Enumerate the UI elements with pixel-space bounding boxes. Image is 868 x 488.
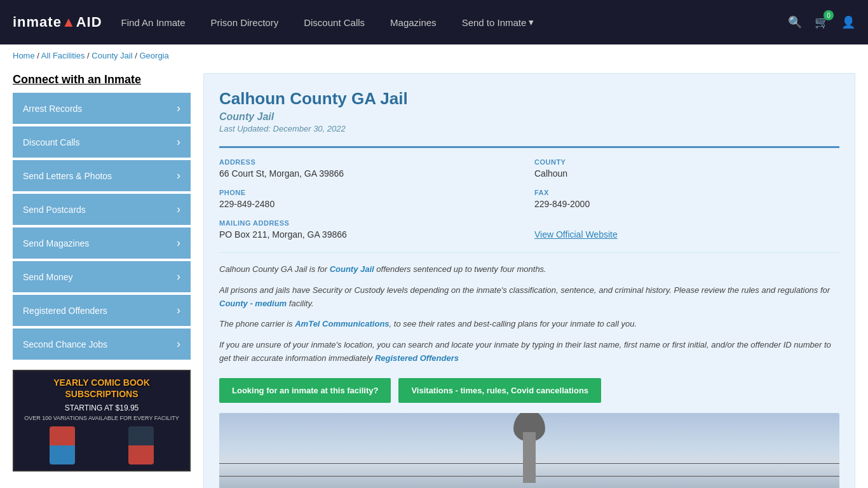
fax-label: FAX [534, 189, 839, 196]
mailing-label: MAILING ADDRESS [219, 219, 524, 227]
info-website: View Official Website [534, 219, 839, 240]
address-label: ADDRESS [219, 158, 524, 166]
amtel-link[interactable]: AmTel Communications [295, 319, 389, 329]
main-nav: Find An Inmate Prison Directory Discount… [121, 17, 769, 28]
registered-offenders-link[interactable]: Registered Offenders [375, 353, 459, 363]
sidebar-item-send-money[interactable]: Send Money › [13, 261, 191, 292]
sidebar-item-send-postcards[interactable]: Send Postcards › [13, 194, 191, 225]
sidebar-arrow-icon: › [177, 304, 180, 317]
header-icons: 🔍 🛒 0 👤 [788, 15, 855, 29]
sidebar: Connect with an Inmate Arrest Records › … [13, 73, 191, 488]
logo[interactable]: inmate▲AID [13, 14, 102, 30]
dropdown-arrow-icon: ▾ [529, 17, 534, 28]
ad-title: YEARLY COMIC BOOKSUBSCRIPTIONS [23, 377, 180, 400]
ad-subtitle: STARTING AT $19.95 [23, 403, 180, 412]
info-mailing: MAILING ADDRESS PO Box 211, Morgan, GA 3… [219, 219, 524, 240]
logo-text: inmate▲AID [13, 14, 102, 30]
nav-send-to-inmate[interactable]: Send to Inmate ▾ [462, 17, 534, 28]
sidebar-ad[interactable]: YEARLY COMIC BOOKSUBSCRIPTIONS STARTING … [13, 370, 191, 471]
info-address: ADDRESS 66 Court St, Morgan, GA 39866 [219, 158, 524, 179]
desc-para-4: If you are unsure of your inmate's locat… [219, 339, 839, 365]
description-area: Calhoun County GA Jail is for County Jai… [219, 252, 839, 365]
sidebar-arrow-icon: › [177, 102, 180, 115]
cart-wrapper[interactable]: 🛒 0 [815, 15, 829, 29]
breadcrumb-georgia[interactable]: Georgia [139, 51, 168, 60]
official-website-link[interactable]: View Official Website [534, 229, 618, 240]
nav-discount-calls[interactable]: Discount Calls [304, 17, 365, 28]
info-county: COUNTY Calhoun [534, 158, 839, 179]
sidebar-item-discount-calls[interactable]: Discount Calls › [13, 126, 191, 158]
sidebar-item-registered-offenders[interactable]: Registered Offenders › [13, 295, 191, 326]
sidebar-item-second-chance-jobs[interactable]: Second Chance Jobs › [13, 329, 191, 360]
sidebar-title: Connect with an Inmate [13, 73, 191, 86]
user-icon[interactable]: 👤 [841, 15, 855, 29]
action-buttons: Looking for an inmate at this facility? … [219, 378, 839, 403]
breadcrumb: Home / All Facilities / County Jail / Ge… [0, 44, 868, 67]
ad-footer: OVER 100 VARIATIONS AVAILABLE FOR EVERY … [23, 415, 180, 421]
sidebar-item-send-magazines[interactable]: Send Magazines › [13, 227, 191, 259]
search-icon[interactable]: 🔍 [788, 15, 802, 29]
hero-superman [50, 426, 75, 464]
sidebar-item-arrest-records[interactable]: Arrest Records › [13, 93, 191, 124]
ad-heroes [23, 426, 180, 464]
county-value: Calhoun [534, 168, 839, 179]
county-medium-link[interactable]: County - medium [219, 299, 287, 308]
info-fax: FAX 229-849-2000 [534, 189, 839, 209]
info-phone: PHONE 229-849-2480 [219, 189, 524, 209]
sidebar-arrow-icon: › [177, 337, 180, 351]
find-inmate-button[interactable]: Looking for an inmate at this facility? [219, 378, 391, 403]
breadcrumb-home[interactable]: Home [13, 51, 35, 60]
desc-para-1: Calhoun County GA Jail is for County Jai… [219, 263, 839, 276]
address-value: 66 Court St, Morgan, GA 39866 [219, 168, 524, 179]
nav-magazines[interactable]: Magazines [390, 17, 437, 28]
desc-para-2: All prisons and jails have Security or C… [219, 284, 839, 311]
water-tower [523, 432, 536, 483]
ad-content: YEARLY COMIC BOOKSUBSCRIPTIONS STARTING … [14, 371, 189, 470]
info-grid: ADDRESS 66 Court St, Morgan, GA 39866 CO… [219, 146, 839, 240]
county-label: COUNTY [534, 158, 839, 166]
facility-type: County Jail [219, 111, 839, 123]
cart-badge: 0 [824, 10, 834, 20]
breadcrumb-county-jail[interactable]: County Jail [92, 51, 132, 60]
facility-image [219, 413, 839, 488]
nav-prison-directory[interactable]: Prison Directory [211, 17, 279, 28]
mailing-value: PO Box 211, Morgan, GA 39866 [219, 229, 524, 240]
sidebar-arrow-icon: › [177, 203, 180, 216]
header: inmate▲AID Find An Inmate Prison Directo… [0, 0, 868, 44]
visitations-button[interactable]: Visitations - times, rules, Covid cancel… [398, 378, 601, 403]
content-area: Calhoun County GA Jail County Jail Last … [203, 73, 855, 488]
phone-value: 229-849-2480 [219, 199, 524, 209]
last-updated: Last Updated: December 30, 2022 [219, 124, 839, 133]
fax-value: 229-849-2000 [534, 199, 839, 209]
nav-find-inmate[interactable]: Find An Inmate [121, 17, 186, 28]
phone-label: PHONE [219, 189, 524, 196]
sidebar-arrow-icon: › [177, 169, 180, 182]
facility-title: Calhoun County GA Jail [219, 89, 839, 109]
main-container: Connect with an Inmate Arrest Records › … [0, 67, 868, 488]
breadcrumb-all-facilities[interactable]: All Facilities [41, 51, 85, 60]
desc-para-3: The phone carrier is AmTel Communication… [219, 318, 839, 331]
sidebar-arrow-icon: › [177, 135, 180, 149]
sidebar-arrow-icon: › [177, 236, 180, 250]
sidebar-arrow-icon: › [177, 270, 180, 283]
sidebar-item-send-letters[interactable]: Send Letters & Photos › [13, 160, 191, 191]
hero-batman [128, 426, 154, 464]
county-jail-link[interactable]: County Jail [330, 264, 374, 274]
